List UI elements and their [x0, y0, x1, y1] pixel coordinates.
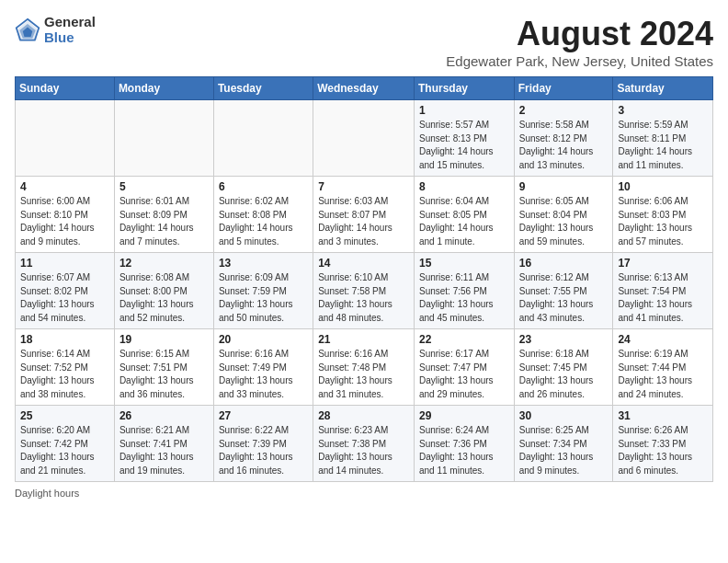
day-number: 28: [318, 409, 409, 422]
calendar-cell: 3Sunrise: 5:59 AM Sunset: 8:11 PM Daylig…: [613, 100, 713, 177]
week-row-2: 4Sunrise: 6:00 AM Sunset: 8:10 PM Daylig…: [16, 177, 713, 253]
day-info: Sunrise: 6:17 AM Sunset: 7:47 PM Dayligh…: [419, 348, 509, 401]
day-number: 3: [618, 104, 708, 117]
calendar-cell: 8Sunrise: 6:04 AM Sunset: 8:05 PM Daylig…: [414, 177, 514, 253]
day-info: Sunrise: 6:02 AM Sunset: 8:08 PM Dayligh…: [219, 195, 308, 248]
day-number: 14: [318, 257, 409, 270]
calendar-cell: 23Sunrise: 6:18 AM Sunset: 7:45 PM Dayli…: [514, 329, 613, 406]
day-number: 30: [519, 409, 609, 422]
week-row-5: 25Sunrise: 6:20 AM Sunset: 7:42 PM Dayli…: [16, 406, 713, 482]
calendar-cell: 24Sunrise: 6:19 AM Sunset: 7:44 PM Dayli…: [613, 329, 713, 406]
day-info: Sunrise: 6:24 AM Sunset: 7:36 PM Dayligh…: [419, 424, 509, 477]
day-number: 7: [318, 180, 409, 193]
day-info: Sunrise: 5:57 AM Sunset: 8:13 PM Dayligh…: [419, 119, 509, 172]
calendar-cell: [114, 100, 213, 177]
day-info: Sunrise: 6:18 AM Sunset: 7:45 PM Dayligh…: [519, 348, 609, 401]
calendar-cell: 14Sunrise: 6:10 AM Sunset: 7:58 PM Dayli…: [313, 253, 415, 329]
day-number: 1: [419, 104, 509, 117]
logo-general-text: General: [44, 15, 96, 30]
day-info: Sunrise: 6:22 AM Sunset: 7:39 PM Dayligh…: [219, 424, 308, 477]
day-info: Sunrise: 6:06 AM Sunset: 8:03 PM Dayligh…: [618, 195, 708, 248]
title-block: August 2024 Edgewater Park, New Jersey, …: [446, 15, 713, 69]
calendar-cell: 21Sunrise: 6:16 AM Sunset: 7:48 PM Dayli…: [313, 329, 415, 406]
calendar-cell: 20Sunrise: 6:16 AM Sunset: 7:49 PM Dayli…: [213, 329, 313, 406]
day-info: Sunrise: 6:23 AM Sunset: 7:38 PM Dayligh…: [318, 424, 409, 477]
calendar-cell: 28Sunrise: 6:23 AM Sunset: 7:38 PM Dayli…: [313, 406, 415, 482]
week-row-4: 18Sunrise: 6:14 AM Sunset: 7:52 PM Dayli…: [16, 329, 713, 406]
page-subtitle: Edgewater Park, New Jersey, United State…: [446, 53, 713, 69]
day-number: 4: [20, 180, 109, 193]
calendar-cell: 18Sunrise: 6:14 AM Sunset: 7:52 PM Dayli…: [16, 329, 115, 406]
header: General Blue August 2024 Edgewater Park,…: [15, 15, 713, 69]
calendar-cell: 25Sunrise: 6:20 AM Sunset: 7:42 PM Dayli…: [16, 406, 115, 482]
calendar-cell: 9Sunrise: 6:05 AM Sunset: 8:04 PM Daylig…: [514, 177, 613, 253]
calendar-cell: [313, 100, 415, 177]
day-info: Sunrise: 6:08 AM Sunset: 8:00 PM Dayligh…: [119, 271, 209, 325]
day-number: 20: [219, 333, 308, 346]
day-number: 25: [20, 409, 109, 422]
col-header-thursday: Thursday: [414, 77, 514, 100]
day-number: 13: [219, 257, 308, 270]
day-info: Sunrise: 6:25 AM Sunset: 7:34 PM Dayligh…: [519, 424, 609, 477]
day-number: 8: [419, 180, 509, 193]
day-info: Sunrise: 5:58 AM Sunset: 8:12 PM Dayligh…: [519, 119, 609, 172]
calendar-cell: 27Sunrise: 6:22 AM Sunset: 7:39 PM Dayli…: [213, 406, 313, 482]
day-number: 21: [318, 333, 409, 346]
calendar-cell: 15Sunrise: 6:11 AM Sunset: 7:56 PM Dayli…: [414, 253, 514, 329]
day-number: 15: [419, 257, 509, 270]
logo-icon: [15, 17, 40, 43]
calendar-cell: [213, 100, 313, 177]
day-number: 11: [20, 257, 109, 270]
calendar-cell: 17Sunrise: 6:13 AM Sunset: 7:54 PM Dayli…: [613, 253, 713, 329]
day-info: Sunrise: 6:01 AM Sunset: 8:09 PM Dayligh…: [119, 195, 209, 248]
calendar-cell: 7Sunrise: 6:03 AM Sunset: 8:07 PM Daylig…: [313, 177, 415, 253]
calendar-body: 1Sunrise: 5:57 AM Sunset: 8:13 PM Daylig…: [16, 100, 713, 482]
day-number: 10: [618, 180, 708, 193]
day-number: 18: [20, 333, 109, 346]
day-number: 2: [519, 104, 609, 117]
day-info: Sunrise: 6:00 AM Sunset: 8:10 PM Dayligh…: [20, 195, 109, 248]
day-info: Sunrise: 6:16 AM Sunset: 7:49 PM Dayligh…: [219, 348, 308, 401]
day-info: Sunrise: 6:26 AM Sunset: 7:33 PM Dayligh…: [618, 424, 708, 477]
day-number: 29: [419, 409, 509, 422]
calendar-cell: 31Sunrise: 6:26 AM Sunset: 7:33 PM Dayli…: [613, 406, 713, 482]
day-info: Sunrise: 6:16 AM Sunset: 7:48 PM Dayligh…: [318, 348, 409, 401]
day-info: Sunrise: 5:59 AM Sunset: 8:11 PM Dayligh…: [618, 119, 708, 172]
col-header-wednesday: Wednesday: [313, 77, 415, 100]
col-header-sunday: Sunday: [16, 77, 115, 100]
calendar-cell: 26Sunrise: 6:21 AM Sunset: 7:41 PM Dayli…: [114, 406, 213, 482]
col-header-tuesday: Tuesday: [213, 77, 313, 100]
calendar-header: SundayMondayTuesdayWednesdayThursdayFrid…: [16, 77, 713, 100]
logo-blue-text: Blue: [44, 30, 96, 46]
page: General Blue August 2024 Edgewater Park,…: [0, 0, 728, 508]
day-number: 16: [519, 257, 609, 270]
day-info: Sunrise: 6:07 AM Sunset: 8:02 PM Dayligh…: [20, 271, 109, 325]
calendar-cell: 12Sunrise: 6:08 AM Sunset: 8:00 PM Dayli…: [114, 253, 213, 329]
day-number: 23: [519, 333, 609, 346]
calendar-cell: 1Sunrise: 5:57 AM Sunset: 8:13 PM Daylig…: [414, 100, 514, 177]
day-number: 6: [219, 180, 308, 193]
logo: General Blue: [15, 15, 96, 45]
calendar-cell: 10Sunrise: 6:06 AM Sunset: 8:03 PM Dayli…: [613, 177, 713, 253]
day-info: Sunrise: 6:15 AM Sunset: 7:51 PM Dayligh…: [119, 348, 209, 401]
calendar-cell: 6Sunrise: 6:02 AM Sunset: 8:08 PM Daylig…: [213, 177, 313, 253]
col-header-monday: Monday: [114, 77, 213, 100]
calendar-table: SundayMondayTuesdayWednesdayThursdayFrid…: [15, 76, 713, 482]
calendar-cell: 16Sunrise: 6:12 AM Sunset: 7:55 PM Dayli…: [514, 253, 613, 329]
day-number: 12: [119, 257, 209, 270]
calendar-cell: 22Sunrise: 6:17 AM Sunset: 7:47 PM Dayli…: [414, 329, 514, 406]
day-number: 22: [419, 333, 509, 346]
day-number: 24: [618, 333, 708, 346]
day-info: Sunrise: 6:21 AM Sunset: 7:41 PM Dayligh…: [119, 424, 209, 477]
day-number: 31: [618, 409, 708, 422]
day-info: Sunrise: 6:10 AM Sunset: 7:58 PM Dayligh…: [318, 271, 409, 325]
calendar-cell: 5Sunrise: 6:01 AM Sunset: 8:09 PM Daylig…: [114, 177, 213, 253]
week-row-1: 1Sunrise: 5:57 AM Sunset: 8:13 PM Daylig…: [16, 100, 713, 177]
calendar-cell: [16, 100, 115, 177]
day-info: Sunrise: 6:14 AM Sunset: 7:52 PM Dayligh…: [20, 348, 109, 401]
day-info: Sunrise: 6:12 AM Sunset: 7:55 PM Dayligh…: [519, 271, 609, 325]
day-info: Sunrise: 6:19 AM Sunset: 7:44 PM Dayligh…: [618, 348, 708, 401]
day-number: 9: [519, 180, 609, 193]
header-row: SundayMondayTuesdayWednesdayThursdayFrid…: [16, 77, 713, 100]
calendar-cell: 30Sunrise: 6:25 AM Sunset: 7:34 PM Dayli…: [514, 406, 613, 482]
